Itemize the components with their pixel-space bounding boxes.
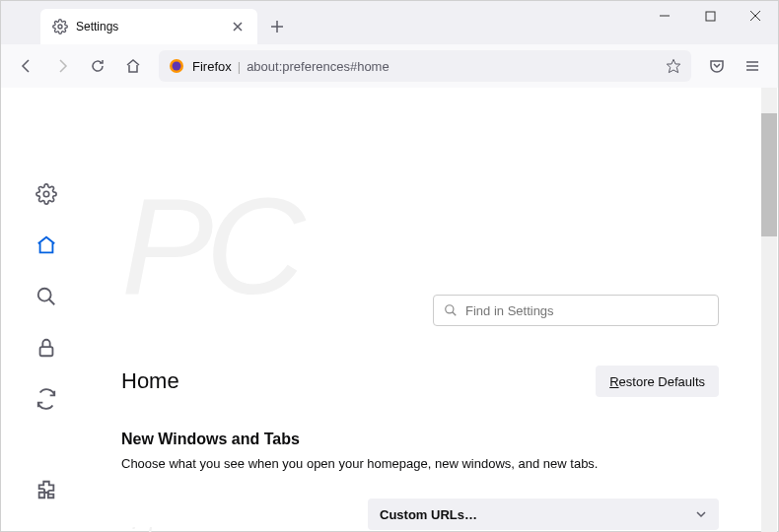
- tab-title: Settings: [76, 20, 222, 33]
- chevron-down-icon: [695, 508, 707, 520]
- sidebar-item-extensions[interactable]: [33, 476, 60, 503]
- homepage-select[interactable]: Custom URLs…: [368, 499, 719, 530]
- sidebar-item-search[interactable]: [33, 283, 60, 310]
- search-icon: [444, 303, 458, 317]
- svg-point-3: [173, 62, 181, 71]
- titlebar: Settings: [1, 1, 778, 44]
- back-button[interactable]: [11, 50, 42, 82]
- minimize-button[interactable]: [642, 1, 687, 31]
- svg-marker-4: [667, 59, 679, 72]
- sidebar-item-general[interactable]: [33, 180, 60, 208]
- new-tab-button[interactable]: [263, 13, 291, 40]
- restore-defaults-button[interactable]: Restore Defaults: [596, 366, 719, 397]
- close-icon[interactable]: [230, 19, 246, 34]
- svg-point-0: [58, 25, 62, 29]
- svg-point-5: [43, 191, 49, 197]
- url-text: Firefox | about:preferences#home: [192, 59, 390, 74]
- section-description: Choose what you see when you open your h…: [121, 456, 719, 471]
- main-content: PC risk.com Home Restore Defaults New Wi…: [92, 88, 778, 532]
- menu-button[interactable]: [737, 50, 768, 82]
- header-row: Home Restore Defaults: [121, 366, 719, 397]
- page-title: Home: [121, 368, 179, 394]
- maximize-button[interactable]: [687, 1, 733, 31]
- search-input[interactable]: [465, 303, 708, 318]
- svg-rect-7: [40, 347, 53, 356]
- bookmark-star-icon[interactable]: [666, 58, 681, 74]
- window-controls: [642, 1, 778, 31]
- content-area: PC risk.com Home Restore Defaults New Wi…: [1, 88, 778, 532]
- scrollbar[interactable]: [761, 88, 777, 532]
- svg-point-8: [446, 305, 454, 313]
- gear-icon: [52, 19, 68, 34]
- homepage-select-label: Custom URLs…: [380, 507, 477, 522]
- toolbar: Firefox | about:preferences#home: [1, 44, 778, 88]
- svg-point-6: [38, 289, 51, 301]
- sidebar: [1, 88, 92, 532]
- reload-button[interactable]: [82, 50, 113, 82]
- section-title: New Windows and Tabs: [121, 431, 719, 448]
- sidebar-item-privacy[interactable]: [33, 334, 60, 362]
- browser-tab[interactable]: Settings: [40, 9, 257, 44]
- sidebar-item-home[interactable]: [33, 232, 60, 259]
- browser-window: Settings: [0, 0, 779, 532]
- homepage-select-row: Custom URLs…: [121, 499, 719, 530]
- scroll-thumb[interactable]: [761, 113, 777, 236]
- close-button[interactable]: [733, 1, 778, 31]
- firefox-icon: [169, 58, 184, 74]
- url-bar[interactable]: Firefox | about:preferences#home: [159, 50, 691, 82]
- svg-rect-1: [706, 12, 715, 21]
- find-in-settings[interactable]: [433, 295, 719, 326]
- sidebar-item-sync[interactable]: [33, 385, 60, 413]
- forward-button[interactable]: [46, 50, 78, 82]
- pocket-button[interactable]: [701, 50, 733, 82]
- home-toolbar-button[interactable]: [117, 50, 149, 82]
